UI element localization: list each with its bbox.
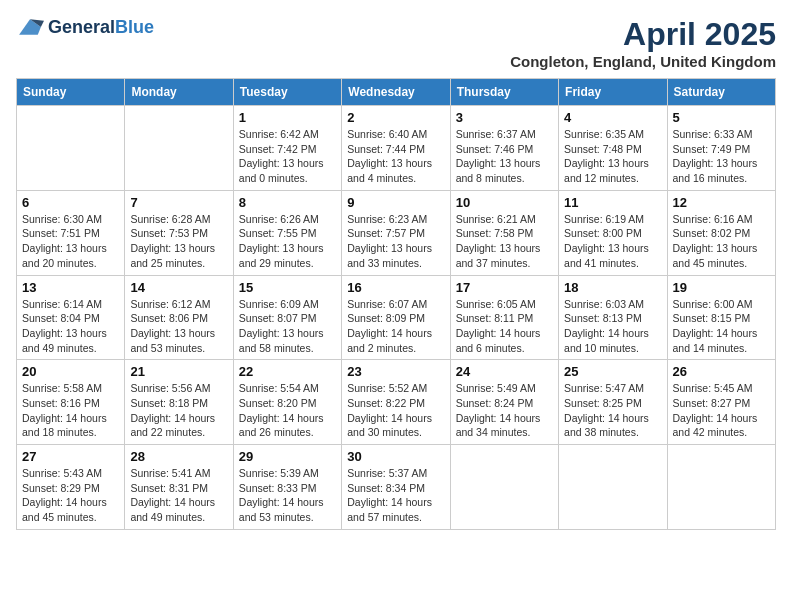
day-number: 27 bbox=[22, 449, 119, 464]
day-info: Sunrise: 5:45 AM Sunset: 8:27 PM Dayligh… bbox=[673, 381, 770, 440]
calendar-cell: 18Sunrise: 6:03 AM Sunset: 8:13 PM Dayli… bbox=[559, 275, 667, 360]
day-of-week-header: Saturday bbox=[667, 79, 775, 106]
calendar-cell: 22Sunrise: 5:54 AM Sunset: 8:20 PM Dayli… bbox=[233, 360, 341, 445]
day-info: Sunrise: 5:58 AM Sunset: 8:16 PM Dayligh… bbox=[22, 381, 119, 440]
title-block: April 2025 Congleton, England, United Ki… bbox=[510, 16, 776, 70]
location-title: Congleton, England, United Kingdom bbox=[510, 53, 776, 70]
calendar-cell: 29Sunrise: 5:39 AM Sunset: 8:33 PM Dayli… bbox=[233, 445, 341, 530]
calendar-cell: 23Sunrise: 5:52 AM Sunset: 8:22 PM Dayli… bbox=[342, 360, 450, 445]
day-number: 24 bbox=[456, 364, 553, 379]
calendar-cell: 4Sunrise: 6:35 AM Sunset: 7:48 PM Daylig… bbox=[559, 106, 667, 191]
day-number: 10 bbox=[456, 195, 553, 210]
calendar-cell: 7Sunrise: 6:28 AM Sunset: 7:53 PM Daylig… bbox=[125, 190, 233, 275]
day-info: Sunrise: 6:21 AM Sunset: 7:58 PM Dayligh… bbox=[456, 212, 553, 271]
day-number: 17 bbox=[456, 280, 553, 295]
day-info: Sunrise: 5:52 AM Sunset: 8:22 PM Dayligh… bbox=[347, 381, 444, 440]
calendar-cell: 25Sunrise: 5:47 AM Sunset: 8:25 PM Dayli… bbox=[559, 360, 667, 445]
calendar-cell: 26Sunrise: 5:45 AM Sunset: 8:27 PM Dayli… bbox=[667, 360, 775, 445]
day-number: 3 bbox=[456, 110, 553, 125]
day-info: Sunrise: 6:12 AM Sunset: 8:06 PM Dayligh… bbox=[130, 297, 227, 356]
day-info: Sunrise: 6:42 AM Sunset: 7:42 PM Dayligh… bbox=[239, 127, 336, 186]
day-number: 29 bbox=[239, 449, 336, 464]
day-info: Sunrise: 6:00 AM Sunset: 8:15 PM Dayligh… bbox=[673, 297, 770, 356]
day-number: 7 bbox=[130, 195, 227, 210]
day-info: Sunrise: 6:37 AM Sunset: 7:46 PM Dayligh… bbox=[456, 127, 553, 186]
calendar-cell: 19Sunrise: 6:00 AM Sunset: 8:15 PM Dayli… bbox=[667, 275, 775, 360]
day-number: 12 bbox=[673, 195, 770, 210]
calendar-cell: 28Sunrise: 5:41 AM Sunset: 8:31 PM Dayli… bbox=[125, 445, 233, 530]
day-info: Sunrise: 6:19 AM Sunset: 8:00 PM Dayligh… bbox=[564, 212, 661, 271]
day-number: 20 bbox=[22, 364, 119, 379]
calendar-cell: 6Sunrise: 6:30 AM Sunset: 7:51 PM Daylig… bbox=[17, 190, 125, 275]
day-number: 22 bbox=[239, 364, 336, 379]
day-info: Sunrise: 5:41 AM Sunset: 8:31 PM Dayligh… bbox=[130, 466, 227, 525]
day-number: 11 bbox=[564, 195, 661, 210]
calendar-cell: 2Sunrise: 6:40 AM Sunset: 7:44 PM Daylig… bbox=[342, 106, 450, 191]
day-of-week-header: Tuesday bbox=[233, 79, 341, 106]
logo-general-text: GeneralBlue bbox=[48, 17, 154, 38]
day-of-week-header: Monday bbox=[125, 79, 233, 106]
day-number: 18 bbox=[564, 280, 661, 295]
calendar-cell: 14Sunrise: 6:12 AM Sunset: 8:06 PM Dayli… bbox=[125, 275, 233, 360]
calendar-cell: 27Sunrise: 5:43 AM Sunset: 8:29 PM Dayli… bbox=[17, 445, 125, 530]
day-info: Sunrise: 6:30 AM Sunset: 7:51 PM Dayligh… bbox=[22, 212, 119, 271]
calendar-cell: 5Sunrise: 6:33 AM Sunset: 7:49 PM Daylig… bbox=[667, 106, 775, 191]
calendar-cell bbox=[125, 106, 233, 191]
day-number: 2 bbox=[347, 110, 444, 125]
day-number: 14 bbox=[130, 280, 227, 295]
month-title: April 2025 bbox=[510, 16, 776, 53]
calendar-cell: 12Sunrise: 6:16 AM Sunset: 8:02 PM Dayli… bbox=[667, 190, 775, 275]
day-number: 15 bbox=[239, 280, 336, 295]
calendar-cell bbox=[450, 445, 558, 530]
day-of-week-header: Friday bbox=[559, 79, 667, 106]
calendar-cell: 21Sunrise: 5:56 AM Sunset: 8:18 PM Dayli… bbox=[125, 360, 233, 445]
calendar-cell: 16Sunrise: 6:07 AM Sunset: 8:09 PM Dayli… bbox=[342, 275, 450, 360]
calendar-cell: 30Sunrise: 5:37 AM Sunset: 8:34 PM Dayli… bbox=[342, 445, 450, 530]
calendar-cell: 20Sunrise: 5:58 AM Sunset: 8:16 PM Dayli… bbox=[17, 360, 125, 445]
day-info: Sunrise: 6:07 AM Sunset: 8:09 PM Dayligh… bbox=[347, 297, 444, 356]
day-info: Sunrise: 6:28 AM Sunset: 7:53 PM Dayligh… bbox=[130, 212, 227, 271]
day-info: Sunrise: 6:33 AM Sunset: 7:49 PM Dayligh… bbox=[673, 127, 770, 186]
calendar-table: SundayMondayTuesdayWednesdayThursdayFrid… bbox=[16, 78, 776, 530]
day-number: 1 bbox=[239, 110, 336, 125]
calendar-cell: 1Sunrise: 6:42 AM Sunset: 7:42 PM Daylig… bbox=[233, 106, 341, 191]
calendar-cell: 11Sunrise: 6:19 AM Sunset: 8:00 PM Dayli… bbox=[559, 190, 667, 275]
day-info: Sunrise: 6:23 AM Sunset: 7:57 PM Dayligh… bbox=[347, 212, 444, 271]
day-info: Sunrise: 6:26 AM Sunset: 7:55 PM Dayligh… bbox=[239, 212, 336, 271]
calendar-cell: 3Sunrise: 6:37 AM Sunset: 7:46 PM Daylig… bbox=[450, 106, 558, 191]
day-info: Sunrise: 5:47 AM Sunset: 8:25 PM Dayligh… bbox=[564, 381, 661, 440]
day-number: 26 bbox=[673, 364, 770, 379]
day-info: Sunrise: 5:56 AM Sunset: 8:18 PM Dayligh… bbox=[130, 381, 227, 440]
day-number: 16 bbox=[347, 280, 444, 295]
day-of-week-header: Wednesday bbox=[342, 79, 450, 106]
day-of-week-header: Sunday bbox=[17, 79, 125, 106]
day-info: Sunrise: 6:35 AM Sunset: 7:48 PM Dayligh… bbox=[564, 127, 661, 186]
day-info: Sunrise: 5:43 AM Sunset: 8:29 PM Dayligh… bbox=[22, 466, 119, 525]
day-of-week-header: Thursday bbox=[450, 79, 558, 106]
day-number: 30 bbox=[347, 449, 444, 464]
calendar-cell: 9Sunrise: 6:23 AM Sunset: 7:57 PM Daylig… bbox=[342, 190, 450, 275]
calendar-cell: 17Sunrise: 6:05 AM Sunset: 8:11 PM Dayli… bbox=[450, 275, 558, 360]
day-info: Sunrise: 6:40 AM Sunset: 7:44 PM Dayligh… bbox=[347, 127, 444, 186]
day-number: 21 bbox=[130, 364, 227, 379]
day-number: 9 bbox=[347, 195, 444, 210]
day-number: 25 bbox=[564, 364, 661, 379]
day-info: Sunrise: 5:49 AM Sunset: 8:24 PM Dayligh… bbox=[456, 381, 553, 440]
calendar-cell bbox=[17, 106, 125, 191]
calendar-cell bbox=[559, 445, 667, 530]
day-info: Sunrise: 6:14 AM Sunset: 8:04 PM Dayligh… bbox=[22, 297, 119, 356]
day-info: Sunrise: 5:54 AM Sunset: 8:20 PM Dayligh… bbox=[239, 381, 336, 440]
day-info: Sunrise: 6:03 AM Sunset: 8:13 PM Dayligh… bbox=[564, 297, 661, 356]
calendar-cell bbox=[667, 445, 775, 530]
day-number: 8 bbox=[239, 195, 336, 210]
day-info: Sunrise: 5:37 AM Sunset: 8:34 PM Dayligh… bbox=[347, 466, 444, 525]
day-number: 5 bbox=[673, 110, 770, 125]
day-number: 19 bbox=[673, 280, 770, 295]
logo: GeneralBlue bbox=[16, 16, 154, 38]
day-number: 28 bbox=[130, 449, 227, 464]
page-header: GeneralBlue April 2025 Congleton, Englan… bbox=[16, 16, 776, 70]
calendar-cell: 15Sunrise: 6:09 AM Sunset: 8:07 PM Dayli… bbox=[233, 275, 341, 360]
day-number: 6 bbox=[22, 195, 119, 210]
day-number: 23 bbox=[347, 364, 444, 379]
day-info: Sunrise: 5:39 AM Sunset: 8:33 PM Dayligh… bbox=[239, 466, 336, 525]
